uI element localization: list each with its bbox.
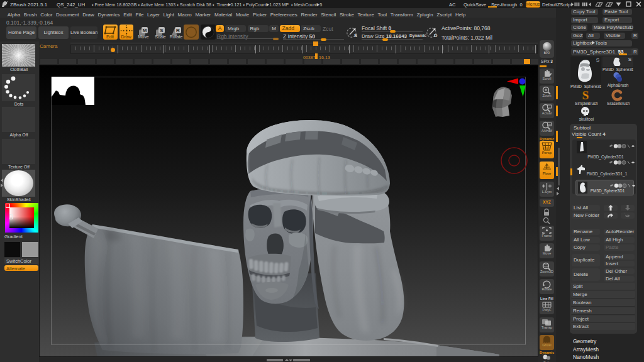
svg-text:S: S	[160, 28, 164, 33]
svg-text:R: R	[176, 28, 180, 33]
svg-text:S: S	[354, 33, 357, 38]
svg-text:M: M	[143, 28, 147, 33]
svg-text:S: S	[582, 89, 589, 101]
svg-text:D: D	[434, 33, 438, 38]
